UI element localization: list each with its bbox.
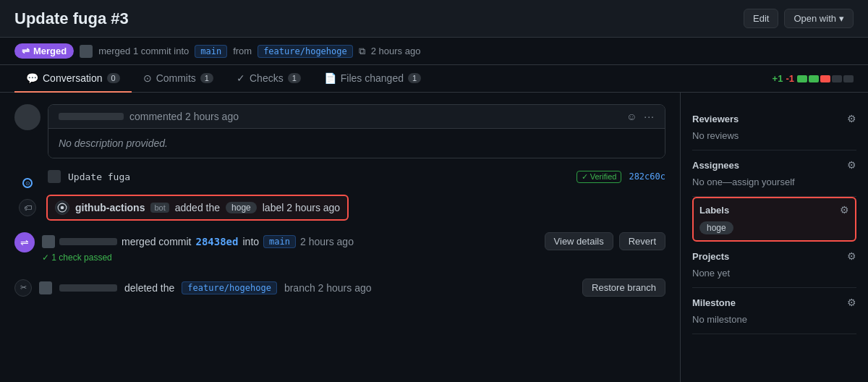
more-options-button[interactable]: ···	[644, 111, 655, 122]
sidebar: Reviewers ⚙ No reviews Assignees ⚙ No on…	[680, 93, 868, 382]
assignees-header: Assignees ⚙	[692, 159, 856, 171]
tab-conversation[interactable]: 💬 Conversation 0	[14, 65, 132, 93]
merge-icon: ⇌	[22, 46, 30, 56]
merge-action: merged commit	[122, 236, 191, 247]
assignees-value: No one—assign yourself	[692, 177, 856, 187]
tab-commits[interactable]: ⊙ Commits 1	[132, 65, 225, 93]
comment-author: commented 2 hours ago	[59, 111, 239, 122]
diff-block-3	[820, 75, 830, 82]
labels-header: Labels ⚙	[699, 204, 849, 216]
merge-line: merged commit 28438ed into main 2 hours …	[42, 232, 665, 250]
commit-text: Update fuga	[68, 171, 569, 182]
merged-badge: ⇌ Merged	[14, 43, 74, 59]
diff-block-4	[832, 75, 842, 82]
check-passed: ✓ 1 check passed	[42, 252, 665, 263]
verified-badge: ✓ Verified	[576, 171, 622, 183]
merged-description: merged 1 commit into	[98, 46, 189, 56]
merge-buttons: View details Revert	[545, 232, 665, 250]
diff-block-2	[809, 75, 819, 82]
restore-branch-button[interactable]: Restore branch	[582, 279, 665, 297]
deleted-branch-tag[interactable]: feature/hogehoge	[182, 281, 277, 294]
merge-branch-tag[interactable]: main	[263, 235, 296, 248]
view-details-button[interactable]: View details	[545, 232, 613, 250]
label-event-icon: 🏷	[19, 199, 36, 216]
chevron-down-icon: ▾	[839, 13, 844, 24]
edit-button[interactable]: Edit	[744, 9, 778, 28]
delete-suffix: branch 2 hours ago	[284, 282, 372, 294]
projects-title: Projects	[692, 251, 729, 262]
feature-branch-tag[interactable]: feature/hogehoge	[258, 45, 353, 58]
tab-checks[interactable]: ✓ Checks 1	[225, 65, 312, 93]
merge-hash[interactable]: 28438ed	[195, 236, 238, 247]
labels-gear-icon[interactable]: ⚙	[840, 204, 849, 216]
label-action: added the	[175, 202, 220, 213]
label-event: github-actions bot added the hoge label …	[46, 195, 349, 221]
deleter-username	[59, 284, 117, 292]
commenter-username	[59, 113, 124, 120]
milestone-header: Milestone ⚙	[692, 297, 856, 308]
hoge-label-pill[interactable]: hoge	[699, 221, 733, 234]
diff-stat: +1 -1	[773, 73, 854, 84]
github-actions-icon	[55, 200, 69, 215]
sidebar-labels: Labels ⚙ hoge	[692, 197, 856, 242]
commits-icon: ⊙	[143, 72, 152, 84]
reviewers-value: No reviews	[692, 130, 856, 141]
assignees-title: Assignees	[692, 160, 739, 171]
labels-title: Labels	[699, 205, 729, 216]
commit-message: Update fuga	[68, 171, 130, 182]
comment-body: No description provided.	[48, 129, 665, 158]
page-title: Update fuga #3	[14, 9, 129, 28]
reviewers-gear-icon[interactable]: ⚙	[847, 113, 856, 124]
from-text: from	[233, 46, 252, 56]
merge-into: into	[242, 236, 259, 247]
hoge-label-tag: hoge	[226, 202, 257, 213]
projects-value: None yet	[692, 268, 856, 279]
page-header: Update fuga #3 Edit Open with ▾	[0, 0, 868, 38]
conversation-area: commented 2 hours ago ☺ ··· No descripti…	[0, 93, 680, 382]
comment-container: commented 2 hours ago ☺ ··· No descripti…	[14, 104, 665, 158]
diff-block-1	[797, 75, 807, 82]
diff-block-5	[843, 75, 854, 82]
bot-badge: bot	[150, 203, 169, 213]
sidebar-milestone: Milestone ⚙ No milestone	[692, 288, 856, 334]
merge-content: merged commit 28438ed into main 2 hours …	[42, 232, 665, 263]
commit-line: ⊙ Update fuga ✓ Verified 282c60c	[14, 166, 665, 187]
commit-hash[interactable]: 282c60c	[629, 171, 665, 182]
diff-blocks	[797, 75, 854, 82]
comment-box: commented 2 hours ago ☺ ··· No descripti…	[48, 104, 665, 158]
milestone-title: Milestone	[692, 297, 736, 308]
deleter-avatar	[39, 281, 52, 294]
header-actions: Edit Open with ▾	[744, 9, 854, 28]
avatar-small	[80, 45, 93, 58]
sidebar-assignees: Assignees ⚙ No one—assign yourself	[692, 150, 856, 197]
merge-event: ⇌ merged commit 28438ed into main 2 hour…	[14, 228, 665, 267]
tab-bar: 💬 Conversation 0 ⊙ Commits 1 ✓ Checks 1 …	[0, 65, 868, 93]
checks-icon: ✓	[237, 72, 245, 84]
conversation-icon: 💬	[26, 72, 38, 84]
milestone-value: No milestone	[692, 314, 856, 325]
delete-event: ✂ deleted the feature/hogehoge branch 2 …	[14, 274, 665, 301]
merger-username	[59, 238, 117, 245]
revert-button[interactable]: Revert	[619, 232, 665, 250]
assignees-gear-icon[interactable]: ⚙	[847, 159, 856, 171]
milestone-gear-icon[interactable]: ⚙	[847, 297, 856, 308]
files-icon: 📄	[324, 72, 336, 84]
main-branch-tag[interactable]: main	[195, 45, 227, 58]
reviewers-header: Reviewers ⚙	[692, 113, 856, 124]
copy-icon[interactable]: ⧉	[359, 46, 365, 57]
reviewers-title: Reviewers	[692, 114, 739, 124]
label-event-row: 🏷 github-actions bot added the hoge labe…	[14, 195, 665, 221]
comment-header: commented 2 hours ago ☺ ···	[48, 105, 665, 129]
comment-avatar	[14, 104, 41, 130]
commit-avatar	[48, 170, 61, 183]
projects-header: Projects ⚙	[692, 250, 856, 262]
open-with-button[interactable]: Open with ▾	[784, 9, 854, 28]
merge-avatar	[42, 235, 55, 248]
tab-files-changed[interactable]: 📄 Files changed 1	[312, 65, 433, 93]
sidebar-reviewers: Reviewers ⚙ No reviews	[692, 104, 856, 150]
merge-event-icon: ⇌	[14, 232, 35, 252]
pr-subheader: ⇌ Merged merged 1 commit into main from …	[0, 38, 868, 65]
projects-gear-icon[interactable]: ⚙	[847, 250, 856, 262]
emoji-button[interactable]: ☺	[626, 111, 637, 122]
comment-header-right: ☺ ···	[626, 111, 655, 122]
